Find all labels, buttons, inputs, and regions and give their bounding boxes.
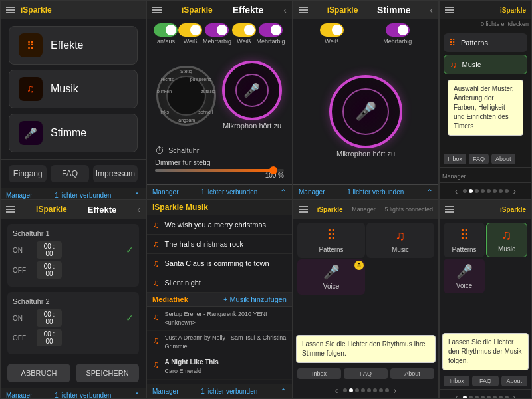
- p7-about-btn[interactable]: About: [390, 368, 434, 379]
- schaltuhr1-off-row: OFF 00 : 00: [13, 261, 134, 279]
- track-3[interactable]: ♫ Santa Claus is comming to town: [147, 254, 292, 273]
- btn-eingang[interactable]: Eingang: [9, 165, 47, 182]
- p8-voice-item[interactable]: 🎤 Voice: [444, 259, 485, 293]
- p3-toggle-weiss-oval[interactable]: [320, 23, 344, 37]
- p2-dial1[interactable]: Stetig pulsierend schnell langsam links …: [156, 66, 216, 126]
- p4-mini-buttons: Inbox FAQ About: [440, 151, 531, 167]
- track2-name: The halls christmas rock: [165, 240, 287, 248]
- menu-item-stimme[interactable]: 🎤 Stimme: [9, 114, 138, 152]
- p1-status: 1 lichter verbunden: [55, 192, 111, 199]
- p6-mediathek-add[interactable]: + Musik hinzufügen: [223, 295, 287, 303]
- p8-music-item[interactable]: ♫ Music: [486, 223, 527, 257]
- p4-faq-btn[interactable]: FAQ: [469, 154, 489, 164]
- p4-nav-left[interactable]: ‹: [452, 186, 461, 196]
- p7-music-item[interactable]: ♫ Music: [366, 223, 434, 258]
- p7-nav-left[interactable]: ‹: [332, 385, 341, 396]
- btn-impressum[interactable]: Impressum: [93, 165, 138, 182]
- dot-7: [499, 189, 503, 193]
- p2-back[interactable]: ‹: [283, 5, 287, 15]
- p7-nav-right[interactable]: ›: [391, 385, 400, 396]
- track1-icon: ♫: [152, 219, 160, 230]
- p3-footer: Manager 1 lichter verbunden ⌃: [293, 184, 438, 199]
- toggle-mehrfarbig2-oval[interactable]: [259, 23, 283, 37]
- menu-item-musik[interactable]: ♫ Musik: [9, 70, 138, 108]
- toggle-anaus-label: an/aus: [157, 38, 175, 45]
- toggle-mehrfarbig2[interactable]: Mehrfarbig: [257, 23, 285, 45]
- schaltuhr2-title: Schaltuhr 2: [13, 297, 134, 305]
- p4-inbox-btn[interactable]: Inbox: [444, 154, 466, 164]
- schaltuhr1-off-time[interactable]: 00 : 00: [37, 261, 62, 279]
- p5-chevron[interactable]: ⌃: [134, 391, 140, 400]
- p6-header: iSparkle Musik: [147, 200, 292, 215]
- toggle-weiss2[interactable]: Weiß: [232, 23, 256, 45]
- p3-toggle-mehrfarbig[interactable]: Mehrfarbig: [383, 23, 412, 45]
- lib-item-2[interactable]: ♫ 'Just A Dream' by Nelly - Sam Tsui & C…: [147, 331, 292, 354]
- btn-speichern[interactable]: SPEICHERN: [76, 364, 139, 382]
- p4-patterns-item[interactable]: ⠿ Patterns: [444, 33, 527, 52]
- p3-toggle-weiss[interactable]: Weiß: [320, 23, 344, 45]
- p7-voice-item[interactable]: 8 🎤 Voice: [297, 259, 365, 295]
- p4-nav-right[interactable]: ›: [511, 186, 519, 196]
- toggle-anaus-oval[interactable]: [154, 23, 178, 37]
- schaltuhr2-on-time[interactable]: 00 : 00: [37, 309, 62, 327]
- p2-footer: Manager 1 lichter verbunden ⌃: [147, 184, 292, 199]
- p8-nav-right[interactable]: ›: [511, 392, 519, 399]
- p7-faq-btn[interactable]: FAQ: [344, 368, 388, 379]
- hamburger-icon[interactable]: [6, 7, 15, 13]
- p8-faq-btn[interactable]: FAQ: [472, 376, 498, 386]
- schaltuhr2-on-label: ON: [13, 315, 33, 322]
- p3-dial[interactable]: 🎤: [329, 75, 402, 148]
- p2-hamburger[interactable]: [152, 7, 162, 13]
- btn-faq[interactable]: FAQ: [51, 165, 88, 182]
- menu-item-effekte[interactable]: ⠿ Effekte: [9, 26, 138, 65]
- p8-patterns-item[interactable]: ⠿ Patterns: [444, 223, 485, 257]
- lib-item-1[interactable]: ♫ ‪Sertup Erener - Rangarenk 2010 YENİ‬ …: [147, 307, 292, 331]
- toggle-mehrfarbig[interactable]: Mehrfarbig: [203, 23, 231, 45]
- p6-mediathek-header: Mediathek + Musik hinzufügen: [147, 293, 292, 307]
- track-4[interactable]: ♫ Silent night: [147, 273, 292, 293]
- p3-toggle-mehrfarbig-oval[interactable]: [386, 23, 410, 37]
- toggle-weiss2-oval[interactable]: [232, 23, 256, 37]
- track-2[interactable]: ♫ The halls christmas rock: [147, 235, 292, 254]
- p2-chevron[interactable]: ⌃: [280, 188, 287, 197]
- toggle-mehrfarbig-oval[interactable]: [205, 23, 229, 37]
- track-1[interactable]: ♫ We wish you a merry christmas: [147, 215, 292, 235]
- p2-dial2[interactable]: 🎤: [222, 61, 282, 120]
- btn-abbruch[interactable]: ABBRUCH: [7, 364, 70, 382]
- p8-inbox-btn[interactable]: Inbox: [444, 376, 469, 386]
- p4-music-item[interactable]: ♫ Music: [444, 55, 527, 74]
- p8-hamburger[interactable]: [445, 206, 454, 213]
- toggle-weiss[interactable]: Weiß: [178, 23, 202, 45]
- p7-hamburger[interactable]: [299, 206, 308, 213]
- p8-tooltip: Lassen Sie die Lichter den Rhythmus der …: [442, 333, 529, 370]
- p8-about-btn[interactable]: About: [501, 376, 527, 386]
- toggle-weiss-oval[interactable]: [178, 23, 202, 37]
- p8-dot-5: [487, 396, 491, 399]
- p5-title: Effekte: [88, 205, 116, 215]
- p8-dot-6: [493, 396, 497, 399]
- p4-hamburger[interactable]: [445, 7, 454, 13]
- schaltuhr1-on-time[interactable]: 00 : 00: [37, 241, 62, 259]
- p5-hamburger[interactable]: [6, 206, 15, 213]
- p7-inbox-btn[interactable]: Inbox: [297, 368, 341, 379]
- p1-chevron[interactable]: ⌃: [134, 191, 140, 200]
- p6-lib-list: ♫ ‪Sertup Erener - Rangarenk 2010 YENİ‬ …: [147, 307, 292, 384]
- schaltuhr2-off-time[interactable]: 00 : 00: [37, 329, 62, 346]
- p7-badge: 8: [354, 261, 364, 270]
- dimmer-track[interactable]: [155, 169, 284, 172]
- p3-hamburger[interactable]: [299, 7, 308, 13]
- toggle-anaus[interactable]: an/aus: [154, 23, 178, 45]
- p3-back[interactable]: ‹: [430, 5, 433, 15]
- p5-back[interactable]: ‹: [137, 204, 140, 215]
- p4-about-btn[interactable]: About: [491, 154, 515, 164]
- p6-footer: Manager 1 lichter verbunden ⌃: [147, 384, 292, 398]
- p8-logo: iSparkle: [500, 206, 526, 213]
- lib-item-3[interactable]: ♫ A Night Like This Caro Emerald: [147, 354, 292, 380]
- dot-2: [469, 189, 473, 193]
- lib2-text: 'Just A Dream' by Nelly - Sam Tsui & Chr…: [165, 334, 287, 350]
- p8-nav-left[interactable]: ‹: [452, 392, 461, 399]
- p7-dot-3: [355, 388, 359, 392]
- p6-chevron[interactable]: ⌃: [280, 387, 287, 396]
- p7-patterns-item[interactable]: ⠿ Patterns: [297, 223, 365, 258]
- p3-chevron[interactable]: ⌃: [426, 188, 433, 197]
